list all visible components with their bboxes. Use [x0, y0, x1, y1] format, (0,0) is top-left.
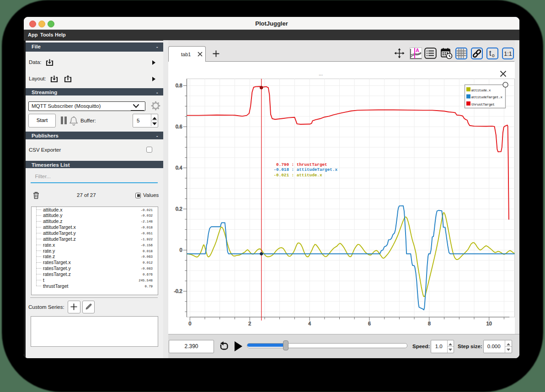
svg-text:-0.083: -0.083: [140, 267, 152, 270]
svg-text:attitudeTarget.x: attitudeTarget.x: [471, 95, 502, 99]
svg-text:0.8: 0.8: [175, 83, 182, 88]
svg-text:-0.2: -0.2: [174, 288, 182, 294]
svg-text:0.012: 0.012: [143, 261, 153, 265]
svg-text:6: 6: [368, 321, 370, 326]
svg-text:A: A: [416, 48, 419, 53]
svg-text:t: t: [43, 277, 44, 282]
svg-text:-0.018: -0.018: [140, 226, 152, 229]
svg-text:-0.032: -0.032: [140, 214, 152, 217]
svg-text:0.4: 0.4: [175, 165, 182, 170]
svg-text:4: 4: [308, 321, 311, 326]
svg-text:attitude.y: attitude.y: [43, 212, 63, 218]
svg-text:0.2: 0.2: [175, 206, 182, 212]
svg-text:1:1: 1:1: [504, 50, 512, 57]
svg-text:0: 0: [188, 321, 191, 326]
svg-text:t: t: [489, 49, 492, 57]
svg-text:0.79: 0.79: [144, 284, 153, 288]
svg-text:thrustTarget: thrustTarget: [43, 283, 69, 288]
svg-text:2: 2: [248, 321, 251, 326]
svg-text:thrustTarget: thrustTarget: [471, 102, 494, 106]
svg-text:ratesTarget.z: ratesTarget.z: [43, 271, 71, 276]
svg-text:...: ...: [319, 71, 323, 76]
svg-text:-0.021 : attitude.x: -0.021 : attitude.x: [273, 173, 322, 178]
svg-text:-0.051: -0.051: [140, 232, 153, 235]
svg-text:0: 0: [179, 247, 182, 253]
svg-text:-0.021: -0.021: [140, 208, 153, 212]
svg-text:attitudeTarget.z: attitudeTarget.z: [43, 236, 76, 241]
svg-text:ratesTarget.y: ratesTarget.y: [43, 265, 71, 271]
svg-text:0.790 : thrustTarget: 0.790 : thrustTarget: [273, 162, 327, 167]
svg-text:attitude.x: attitude.x: [471, 88, 491, 92]
svg-text:-2.148: -2.148: [140, 220, 152, 223]
svg-text:-0.018 : attitudeTarget.x: -0.018 : attitudeTarget.x: [273, 167, 337, 172]
svg-text:0.6: 0.6: [175, 124, 182, 129]
svg-text:rate.y: rate.y: [43, 248, 55, 253]
svg-text:-0.063: -0.063: [140, 255, 152, 259]
svg-text:rate.x: rate.x: [43, 242, 55, 247]
svg-text:attitudeTarget.y: attitudeTarget.y: [43, 230, 76, 236]
svg-text:0.018: 0.018: [143, 249, 153, 253]
svg-text:8: 8: [427, 321, 430, 326]
svg-text:rate.z: rate.z: [43, 254, 55, 259]
svg-text:attitudeTarget.x: attitudeTarget.x: [43, 224, 76, 230]
svg-text:attitude.x: attitude.x: [43, 207, 63, 212]
svg-text:-1.922: -1.922: [140, 237, 152, 241]
svg-text:-0.156: -0.156: [140, 243, 152, 247]
svg-text:attitude.z: attitude.z: [43, 218, 63, 224]
svg-text:0.676: 0.676: [143, 272, 153, 276]
svg-text:10: 10: [486, 321, 492, 326]
svg-text:ratesTarget.x: ratesTarget.x: [43, 260, 71, 265]
svg-text:245.548: 245.548: [139, 278, 153, 282]
svg-text:o: o: [492, 53, 495, 58]
